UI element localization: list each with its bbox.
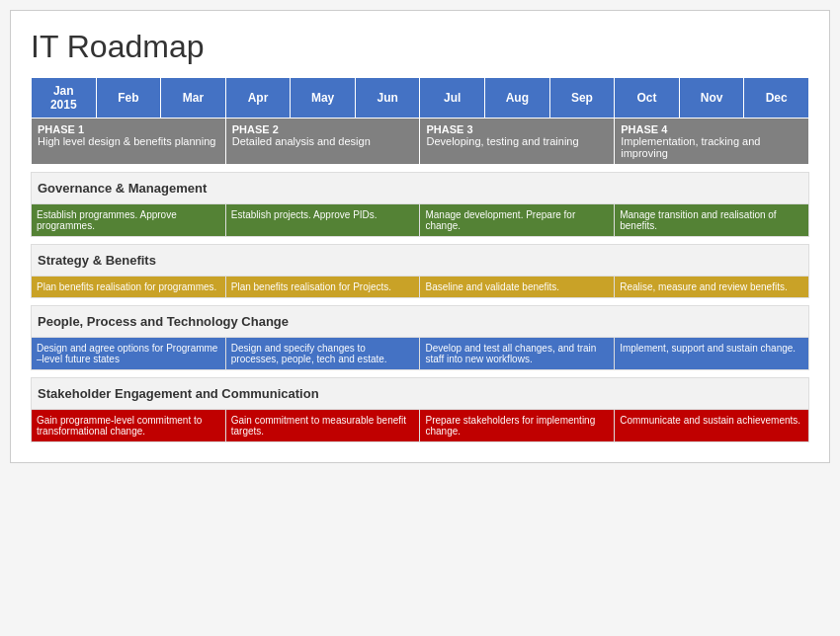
stakeholder-task-4: Communicate and sustain achievements. xyxy=(615,410,809,442)
strategy-section-header: Strategy & Benefits xyxy=(32,245,809,277)
phase-3-desc: Developing, testing and training xyxy=(426,135,608,147)
strat-task-3: Baseline and validate benefits. xyxy=(420,277,615,298)
month-jun: Jun xyxy=(355,78,420,119)
month-may: May xyxy=(291,78,356,119)
people-label: People, Process and Technology Change xyxy=(32,306,809,338)
gov-task-2: Establish projects. Approve PIDs. xyxy=(225,204,420,237)
phase-4-title: PHASE 4 xyxy=(621,123,802,135)
governance-label: Governance & Management xyxy=(32,173,809,204)
strat-task-4: Realise, measure and review benefits. xyxy=(615,277,809,298)
month-mar: Mar xyxy=(161,78,226,119)
month-oct: Oct xyxy=(615,78,680,119)
phase-4-cell: PHASE 4 Implementation, tracking and imp… xyxy=(615,119,809,165)
month-jan: Jan2015 xyxy=(32,78,97,119)
gov-task-4: Manage transition and realisation of ben… xyxy=(615,204,809,237)
month-sep: Sep xyxy=(549,78,615,119)
stakeholder-task-1: Gain programme-level commitment to trans… xyxy=(32,410,226,442)
phase-2-desc: Detailed analysis and design xyxy=(232,135,414,147)
roadmap-table: Jan2015 Feb Mar Apr May Jun Jul Aug Sep … xyxy=(31,77,809,442)
people-task-2: Design and specify changes to processes,… xyxy=(225,338,420,370)
people-task-3: Develop and test all changes, and train … xyxy=(420,338,615,370)
phase-3-title: PHASE 3 xyxy=(426,123,608,135)
strat-task-2: Plan benefits realisation for Projects. xyxy=(225,277,420,298)
strategy-label: Strategy & Benefits xyxy=(32,245,809,277)
month-jul: Jul xyxy=(420,78,485,119)
gov-task-1: Establish programmes. Approve programmes… xyxy=(32,204,226,237)
governance-task-row: Establish programmes. Approve programmes… xyxy=(32,204,809,237)
month-feb: Feb xyxy=(96,78,161,119)
page-title: IT Roadmap xyxy=(31,29,809,65)
stakeholder-task-2: Gain commitment to measurable benefit ta… xyxy=(225,410,420,442)
stakeholder-label: Stakeholder Engagement and Communication xyxy=(32,378,809,410)
people-section-header: People, Process and Technology Change xyxy=(32,306,809,338)
phase-2-title: PHASE 2 xyxy=(232,123,414,135)
governance-section-header: Governance & Management xyxy=(32,173,809,204)
strategy-task-row: Plan benefits realisation for programmes… xyxy=(32,277,809,298)
phase-1-cell: PHASE 1 High level design & benefits pla… xyxy=(32,119,226,165)
page: IT Roadmap Jan2015 Feb Mar Apr May Jun J… xyxy=(10,10,830,463)
phase-3-cell: PHASE 3 Developing, testing and training xyxy=(420,119,615,165)
phase-4-desc: Implementation, tracking and improving xyxy=(621,135,802,159)
month-aug: Aug xyxy=(485,78,550,119)
month-apr: Apr xyxy=(225,78,291,119)
stakeholder-task-3: Prepare stakeholders for implementing ch… xyxy=(420,410,615,442)
phase-2-cell: PHASE 2 Detailed analysis and design xyxy=(225,119,420,165)
phase-1-desc: High level design & benefits planning xyxy=(38,135,219,147)
stakeholder-task-row: Gain programme-level commitment to trans… xyxy=(32,410,809,442)
gov-task-3: Manage development. Prepare for change. xyxy=(420,204,615,237)
month-header-row: Jan2015 Feb Mar Apr May Jun Jul Aug Sep … xyxy=(32,78,809,119)
strat-task-1: Plan benefits realisation for programmes… xyxy=(32,277,226,298)
people-task-4: Implement, support and sustain change. xyxy=(615,338,809,370)
people-task-1: Design and agree options for Programme –… xyxy=(32,338,226,370)
people-task-row: Design and agree options for Programme –… xyxy=(32,338,809,370)
month-nov: Nov xyxy=(679,78,744,119)
phase-row: PHASE 1 High level design & benefits pla… xyxy=(32,119,809,165)
month-dec: Dec xyxy=(744,78,809,119)
stakeholder-section-header: Stakeholder Engagement and Communication xyxy=(32,378,809,410)
phase-1-title: PHASE 1 xyxy=(38,123,219,135)
